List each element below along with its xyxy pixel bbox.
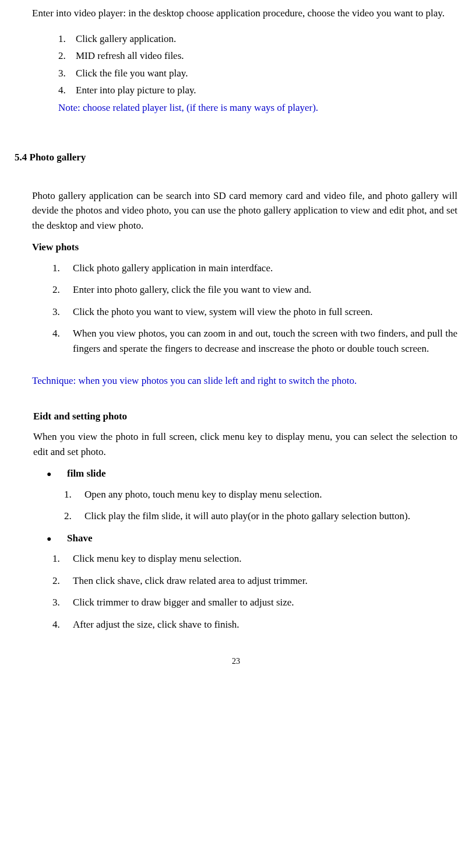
view-phots-heading: View phots <box>32 240 457 255</box>
marker: 4. <box>58 83 76 98</box>
intro-paragraph: Enter into video player: in the desktop … <box>32 6 457 21</box>
marker: 4. <box>52 326 73 356</box>
film-slide-steps: 1.Open any photo, touch menu key to disp… <box>64 487 457 524</box>
edit-intro: When you view the photo in full screen, … <box>33 429 457 459</box>
step-text: Click gallery application. <box>76 33 176 44</box>
shave-step-4: 4.After adjust the size, click shave to … <box>52 617 457 632</box>
page-number: 23 <box>15 655 457 667</box>
video-steps-list: 1.Click gallery application. 2.MID refre… <box>58 32 457 98</box>
step-text: When you view photos, you can zoom in an… <box>73 326 457 356</box>
step-4: 4.Enter into play picture to play. <box>58 83 457 98</box>
step-text: Then click shave, click draw related are… <box>73 573 457 589</box>
marker: 3. <box>52 304 73 320</box>
step-text: Enter into photo gallery, click the file… <box>73 282 457 298</box>
marker: 1. <box>58 32 76 47</box>
step-text: MID refresh all video files. <box>76 50 184 61</box>
marker: 4. <box>52 617 73 632</box>
marker: 1. <box>52 261 73 276</box>
step-1: 1.Click gallery application. <box>58 32 457 47</box>
marker: 1. <box>64 487 84 502</box>
view-step-4: 4.When you view photos, you can zoom in … <box>52 326 457 356</box>
marker: 2. <box>58 48 76 64</box>
step-text: Open any photo, touch menu key to displa… <box>84 487 457 502</box>
bullet-icon: ● <box>47 533 67 545</box>
view-step-3: 3.Click the photo you want to view, syst… <box>52 304 457 320</box>
step-text: Enter into play picture to play. <box>76 85 196 96</box>
marker: 2. <box>52 282 73 298</box>
shave-steps: 1.Click menu key to display menu selecti… <box>52 551 457 632</box>
step-text: Click play the film slide, it will auto … <box>84 509 457 524</box>
step-text: Click trimmer to draw bigger and smaller… <box>73 595 457 610</box>
gallery-intro: Photo gallery application can be search … <box>32 188 457 233</box>
edit-heading: Eidt and setting photo <box>33 409 457 424</box>
marker: 2. <box>52 573 73 589</box>
step-text: Click menu key to display menu selection… <box>73 551 457 566</box>
view-steps-list: 1.Click photo gallery application in mai… <box>52 261 457 356</box>
step-text: Click the file you want play. <box>76 68 188 79</box>
step-2: 2.MID refresh all video files. <box>58 48 457 64</box>
technique-note: Technique: when you view photos you can … <box>32 373 457 388</box>
bullet-label: Shave <box>67 533 92 544</box>
step-text: Click the photo you want to view, system… <box>73 304 457 320</box>
marker: 3. <box>58 66 76 81</box>
bullet-film-slide: ●film slide <box>47 466 457 481</box>
view-step-1: 1.Click photo gallery application in mai… <box>52 261 457 276</box>
step-3: 3.Click the file you want play. <box>58 66 457 81</box>
step-text: After adjust the size, click shave to fi… <box>73 617 457 632</box>
view-step-2: 2.Enter into photo gallery, click the fi… <box>52 282 457 298</box>
shave-step-2: 2.Then click shave, click draw related a… <box>52 573 457 589</box>
shave-step-1: 1.Click menu key to display menu selecti… <box>52 551 457 566</box>
step-text: Click photo gallery application in main … <box>73 261 457 276</box>
marker: 3. <box>52 595 73 610</box>
bullet-shave: ●Shave <box>47 531 457 546</box>
film-step-2: 2.Click play the film slide, it will aut… <box>64 509 457 524</box>
note-text: Note: choose related player list, (if th… <box>58 100 457 116</box>
film-step-1: 1.Open any photo, touch menu key to disp… <box>64 487 457 502</box>
marker: 1. <box>52 551 73 566</box>
bullet-label: film slide <box>67 468 106 479</box>
bullet-icon: ● <box>47 468 67 480</box>
section-heading: 5.4 Photo gallery <box>15 150 457 165</box>
shave-step-3: 3.Click trimmer to draw bigger and small… <box>52 595 457 610</box>
marker: 2. <box>64 509 84 524</box>
